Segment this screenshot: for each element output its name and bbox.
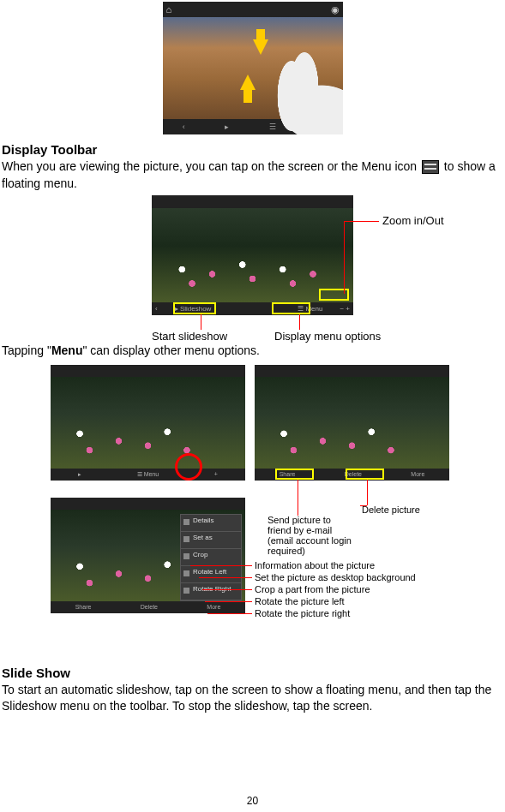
document-page: ⌂ ◉ ‹ ▸ ☰ ⊕ Display Toolbar When you are… (0, 0, 505, 812)
pinch-zoom-figure-wrap: ⌂ ◉ ‹ ▸ ☰ ⊕ (2, 2, 503, 137)
menu-screenshot-3: Share Delete More Details Set as Crop Ro… (51, 498, 245, 613)
back-icon: ‹ (155, 305, 158, 313)
crop-callout-label: Crop a part from the picture (255, 584, 370, 594)
slide-show-heading: Slide Show (2, 666, 503, 680)
tapping-menu-paragraph: Tapping "Menu" can display other menu op… (2, 343, 503, 360)
status-bar: ⌂ ◉ (163, 2, 343, 17)
photo-preview (255, 377, 449, 469)
pinch-zoom-screenshot: ⌂ ◉ ‹ ▸ ☰ ⊕ (163, 2, 343, 134)
more-button: More (411, 471, 424, 477)
wallpaper-callout: Set the picture as desktop background (255, 571, 416, 583)
camera-icon: ◉ (331, 4, 340, 15)
highlight-menu (272, 302, 310, 314)
menu-screenshot-1: ▸ ☰ Menu + (51, 365, 245, 481)
more-menu-popup: Details Set as Crop Rotate Left Rotate R… (180, 514, 242, 601)
toolbar-screenshot: ‹ ▸ Slideshow ☰ Menu − + (152, 195, 353, 315)
zoom-callout-label: Zoom in/Out (382, 214, 444, 227)
menu-item-setas: Set as (181, 532, 241, 549)
rotate-left-callout-label: Rotate the picture left (255, 596, 345, 606)
display-toolbar-paragraph: When you are viewing the picture, you ca… (2, 158, 503, 192)
menu-item-rotate-right: Rotate Right (181, 583, 241, 600)
tap-text-bold: Menu (51, 343, 83, 357)
menu-item-details: Details (181, 515, 241, 532)
callout-line (190, 565, 252, 566)
callout-line (299, 314, 300, 330)
status-bar (51, 498, 245, 510)
home-icon: ⌂ (166, 4, 172, 15)
photo-preview (51, 377, 245, 469)
callout-line (201, 314, 201, 330)
arrow-up-icon (240, 75, 256, 90)
delete-callout-label: Delete picture (362, 505, 420, 515)
menu-icon-inline (422, 160, 439, 174)
delete-button: Delete (141, 604, 158, 610)
share-button: Share (75, 604, 92, 610)
highlight-delete (346, 469, 384, 480)
tap-text-a: Tapping " (2, 343, 51, 357)
slideshow-icon: ▸ (78, 471, 81, 478)
menu-item-crop: Crop (181, 549, 241, 566)
zoom-controls: − + (340, 305, 350, 313)
hand-gesture-illustration (257, 49, 343, 134)
status-bar (51, 365, 245, 377)
callout-line (298, 480, 298, 516)
tap-text-c: " can display other menu options. (82, 343, 260, 357)
callout-line (199, 577, 252, 578)
arrow-down-icon (253, 39, 268, 55)
callout-line (344, 221, 345, 294)
bottom-bar: Share Delete More (51, 601, 245, 613)
rotate-left-callout: Rotate the picture left (255, 595, 416, 607)
slideshow-icon: ▸ (225, 122, 229, 131)
crop-callout: Crop a part from the picture (255, 583, 416, 595)
wallpaper-callout-label: Set the picture as desktop background (255, 572, 416, 582)
page-number: 20 (0, 795, 505, 807)
rotate-right-callout-label: Rotate the picture right (255, 608, 350, 618)
highlight-share (275, 469, 314, 480)
menu-callout-label: Display menu options (274, 330, 381, 343)
status-bar (152, 195, 353, 208)
toolbar-callout-figure: ‹ ▸ Slideshow ☰ Menu − + Zoom in/Out Sta… (2, 195, 503, 341)
display-toolbar-heading: Display Toolbar (2, 142, 503, 157)
zoom-icon: + (214, 471, 218, 477)
more-button: More (207, 604, 220, 610)
menu-options-figure: ▸ ☰ Menu + Share Delete More Share Delet… (2, 365, 503, 660)
callout-line (207, 613, 252, 614)
menu-button-highlight-circle (175, 453, 202, 481)
highlight-slideshow (173, 302, 216, 314)
menu-screenshot-2: Share Delete More (255, 365, 449, 481)
para-text-a: When you are viewing the picture, you ca… (2, 159, 420, 173)
rotate-right-callout: Rotate the picture right (255, 607, 416, 619)
callout-line (345, 221, 379, 222)
slide-show-paragraph: To start an automatic slideshow, tap on … (2, 682, 503, 715)
info-callout: Information about the picture (255, 559, 416, 571)
slideshow-callout-label: Start slideshow (152, 330, 227, 343)
share-callout-label: Send picture to friend by e-mail (email … (268, 515, 353, 556)
callout-line (367, 480, 368, 505)
callout-line (205, 601, 252, 602)
status-bar (255, 365, 449, 377)
back-icon: ‹ (183, 122, 185, 131)
more-menu-callouts: Information about the picture Set the pi… (255, 559, 416, 619)
menu-item-rotate-left: Rotate Left (181, 566, 241, 583)
callout-line (202, 589, 252, 590)
menu-icon: ☰ Menu (137, 471, 159, 478)
info-callout-label: Information about the picture (255, 560, 375, 570)
bottom-bar: ▸ ☰ Menu + (51, 469, 245, 481)
